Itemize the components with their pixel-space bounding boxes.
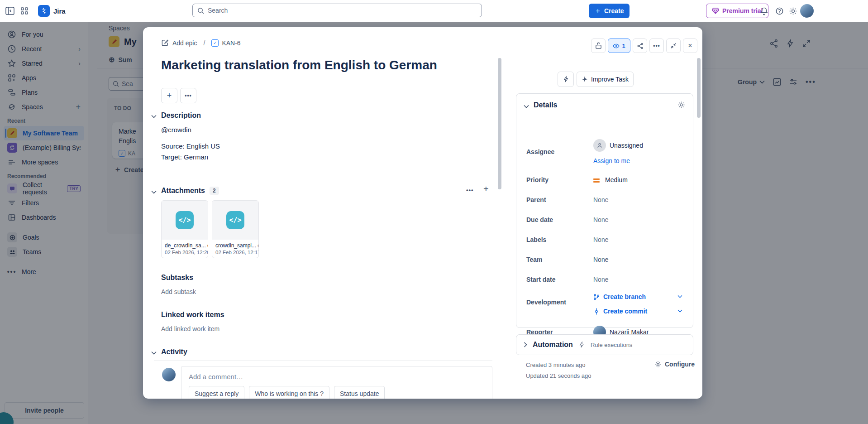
attachment-card[interactable]: </> crowdin_sampl... oid.xml 02 Feb 2026…: [212, 200, 259, 258]
add-epic-button[interactable]: Add epic: [161, 39, 197, 47]
quick-reply-chip[interactable]: Status update: [334, 386, 385, 399]
close-modal-button[interactable]: ×: [683, 39, 697, 53]
collapse-sidebar-button[interactable]: [3, 4, 17, 18]
add-epic-icon: [161, 39, 169, 47]
modal-scrollbar[interactable]: [498, 58, 501, 189]
automation-heading: Automation: [533, 341, 573, 349]
add-content-button[interactable]: +: [161, 88, 177, 103]
team-value[interactable]: None: [593, 256, 608, 263]
comment-box[interactable]: Add a comment… Suggest a reply Who is wo…: [181, 366, 492, 399]
watch-count: 1: [622, 43, 625, 49]
create-branch-label: Create branch: [603, 293, 646, 300]
more-actions-button[interactable]: •••: [649, 39, 664, 53]
jira-logo-icon: [38, 5, 50, 17]
improve-task-label: Improve Task: [591, 76, 629, 83]
attachments-header: Attachments 2: [161, 187, 219, 195]
app-switcher-button[interactable]: [17, 4, 32, 18]
add-linked-item-button[interactable]: Add linked work item: [161, 325, 219, 332]
create-commit-label: Create commit: [603, 308, 647, 315]
chevron-down-icon[interactable]: [151, 190, 157, 194]
labels-label: Labels: [526, 236, 546, 243]
watch-button[interactable]: 1: [608, 39, 630, 53]
diamond-icon: [712, 8, 719, 14]
issue-title[interactable]: Marketing translation from English to Ge…: [161, 58, 487, 72]
chevron-right-icon: [524, 342, 527, 347]
description-mention[interactable]: @crowdin: [161, 126, 191, 134]
create-button[interactable]: ＋ Create: [589, 4, 630, 18]
search-input[interactable]: Search: [192, 4, 482, 17]
priority-label: Priority: [526, 176, 548, 183]
watch-eye-icon: [613, 43, 620, 48]
chevron-down-icon[interactable]: [524, 105, 529, 108]
assignee-value[interactable]: Unassigned: [610, 142, 643, 149]
task-type-icon: ✓: [211, 39, 219, 47]
assign-to-me-link[interactable]: Assign to me: [593, 157, 630, 164]
share-button[interactable]: [633, 39, 647, 53]
configure-label: Configure: [665, 361, 695, 368]
notifications-button[interactable]: [757, 4, 771, 18]
labels-value[interactable]: None: [593, 236, 608, 243]
title-more-button[interactable]: •••: [180, 88, 196, 103]
search-icon: [197, 7, 204, 14]
panel-scrollbar[interactable]: [697, 58, 701, 118]
breadcrumb-separator: /: [203, 39, 205, 47]
created-timestamp: Created 3 minutes ago: [526, 361, 586, 368]
updated-timestamp: Updated 21 seconds ago: [526, 372, 591, 379]
priority-value[interactable]: Medium: [605, 176, 628, 183]
chevron-down-icon[interactable]: [677, 309, 682, 313]
start-date-label: Start date: [526, 276, 556, 283]
issue-key-link[interactable]: ✓ KAN-6: [211, 39, 240, 47]
attachment-name: de_crowdin_sa... oid.xml: [162, 240, 208, 249]
priority-medium-icon: [593, 177, 600, 184]
assignee-label: Assignee: [526, 148, 554, 155]
attachments-more-button[interactable]: •••: [466, 187, 474, 193]
subtasks-heading: Subtasks: [161, 274, 193, 282]
quick-reply-chip[interactable]: Suggest a reply: [189, 386, 244, 399]
create-commit-button[interactable]: Create commit: [593, 308, 647, 315]
create-branch-button[interactable]: Create branch: [593, 293, 646, 300]
attachment-card[interactable]: </> de_crowdin_sa... oid.xml 02 Feb 2026…: [161, 200, 208, 258]
linked-items-heading: Linked work items: [161, 311, 224, 319]
xml-file-icon: </>: [226, 211, 244, 229]
attachment-date: 02 Feb 2026, 12:20 PM: [162, 249, 208, 256]
improve-task-button[interactable]: Improve Task: [577, 72, 634, 87]
due-date-label: Due date: [526, 216, 553, 223]
attachments-add-button[interactable]: +: [483, 184, 489, 194]
rule-executions-label: Rule executions: [591, 342, 633, 348]
due-date-value[interactable]: None: [593, 216, 608, 223]
chevron-down-icon[interactable]: [151, 351, 157, 355]
automation-panel[interactable]: Automation Rule executions: [516, 334, 693, 355]
chevron-down-icon[interactable]: [677, 295, 682, 298]
user-avatar[interactable]: [800, 4, 814, 18]
current-user-avatar: [162, 368, 176, 381]
quick-reply-chip[interactable]: Who is working on this ?: [249, 386, 329, 399]
automation-button[interactable]: [558, 72, 574, 87]
commit-icon: [593, 308, 600, 315]
description-heading: Description: [161, 111, 201, 120]
collapse-modal-button[interactable]: [666, 39, 681, 53]
attachment-thumbnail: </>: [162, 201, 208, 240]
team-label: Team: [526, 256, 543, 263]
details-settings-icon[interactable]: [677, 101, 685, 109]
description-source: Source: English US: [161, 142, 220, 150]
parent-value[interactable]: None: [593, 196, 608, 203]
configure-button[interactable]: Configure: [654, 361, 695, 368]
development-label: Development: [526, 299, 566, 306]
start-date-value[interactable]: None: [593, 276, 608, 283]
attachment-name: crowdin_sampl... oid.xml: [212, 240, 258, 249]
lightning-icon: [578, 341, 585, 348]
settings-button[interactable]: [786, 4, 800, 18]
issue-modal: Add epic / ✓ KAN-6 1 ••• × Marketing tra…: [143, 27, 702, 399]
xml-file-icon: </>: [176, 211, 194, 229]
add-subtask-button[interactable]: Add subtask: [161, 288, 196, 295]
app-logo[interactable]: Jira: [38, 5, 66, 17]
help-button[interactable]: [772, 4, 787, 18]
description-target: Target: German: [161, 153, 208, 161]
activity-heading: Activity: [161, 348, 187, 356]
sparkle-icon: [582, 76, 588, 82]
lock-button[interactable]: [591, 39, 606, 53]
details-panel: Details Assignee Unassigned Assign to me…: [516, 93, 693, 328]
create-label: Create: [604, 7, 624, 14]
chevron-down-icon[interactable]: [151, 115, 157, 118]
unassigned-avatar: [593, 139, 606, 152]
